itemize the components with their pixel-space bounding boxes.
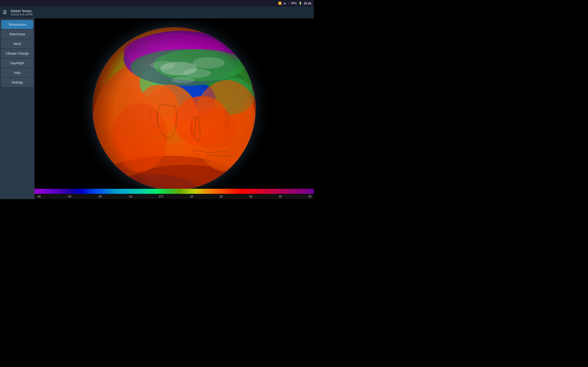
- battery-icon: 🔋: [299, 2, 302, 5]
- bluetooth-icon: 📶: [278, 2, 282, 5]
- download-icon: ↓: [288, 2, 289, 5]
- color-scale-bar: -40 -30 -20 -10 0°C 10 20 30 40 50: [35, 189, 314, 199]
- sidebar-item-settings[interactable]: Settings: [1, 78, 33, 87]
- scale-label-30: 30: [249, 195, 252, 198]
- main-content: [35, 18, 314, 199]
- svg-point-31: [93, 27, 256, 190]
- hamburger-icon[interactable]: ☰: [3, 10, 7, 15]
- scale-label-neg20: -20: [98, 195, 102, 198]
- scale-labels: -40 -30 -20 -10 0°C 10 20 30 40 50: [35, 194, 314, 199]
- scale-label-neg30: -30: [67, 195, 71, 198]
- scale-label-0: 0°C: [159, 195, 163, 198]
- status-time: 21:41: [304, 2, 311, 5]
- title-bar: ☰ Global Temps 3/21/18 9:41:18 PM: [0, 6, 314, 18]
- app-title: Global Temps: [10, 9, 33, 13]
- scale-label-50: 50: [309, 195, 311, 198]
- battery-indicator: 86%: [291, 2, 297, 5]
- sidebar-item-wind[interactable]: Wind: [1, 40, 33, 48]
- globe-overlay: [93, 27, 261, 195]
- scale-label-40: 40: [279, 195, 282, 198]
- sidebar-item-daynight[interactable]: Day/Night: [1, 59, 33, 67]
- sidebar-item-rainsnow[interactable]: Rain/Snow: [1, 30, 33, 39]
- scale-label-neg40: -40: [37, 195, 41, 198]
- sidebar: Temperature Rain/Snow Wind Climate Chang…: [0, 18, 35, 199]
- app-title-block: Global Temps 3/21/18 9:41:18 PM: [10, 9, 33, 16]
- scale-label-10: 10: [190, 195, 193, 198]
- scale-label-neg10: -10: [128, 195, 132, 198]
- wifi-icon: ▲: [284, 2, 286, 5]
- sidebar-item-help[interactable]: Help: [1, 68, 33, 77]
- globe-container[interactable]: [71, 23, 277, 195]
- app-subtitle: 3/21/18 9:41:18 PM: [10, 13, 33, 16]
- sidebar-item-temperature[interactable]: Temperature: [1, 20, 33, 29]
- status-bar: 📶 ▲ ↓ 86% 🔋 21:41: [0, 0, 314, 6]
- sidebar-item-climatechange[interactable]: Climate Change: [1, 49, 33, 58]
- globe-visualization[interactable]: [71, 23, 277, 195]
- scale-label-20: 20: [220, 195, 223, 198]
- gradient-bar: [35, 189, 314, 194]
